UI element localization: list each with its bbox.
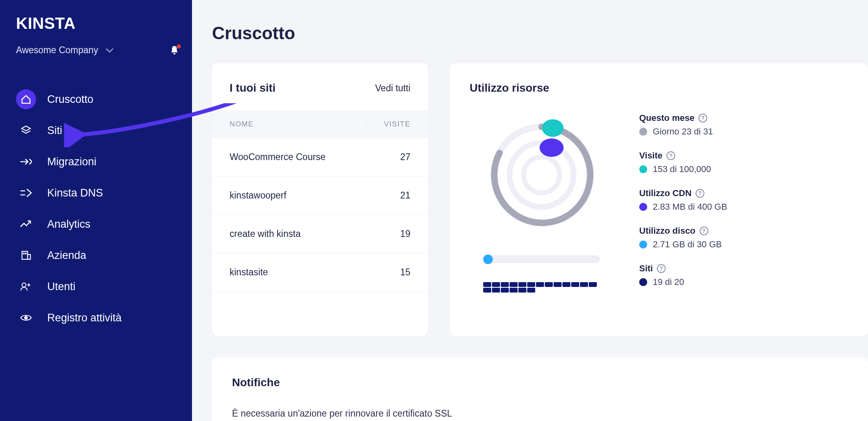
svg-point-5	[24, 316, 28, 319]
sites-table-header: NOME VISITE	[212, 110, 428, 138]
site-name: kinstawooperf	[230, 190, 366, 201]
site-name: kinstasite	[230, 267, 366, 278]
svg-point-8	[524, 157, 560, 193]
sidebar-item-users[interactable]: Utenti	[16, 271, 180, 302]
legend-month-label: Questo mese	[639, 113, 694, 123]
legend-cdn-value: 2.83 MB di 400 GB	[653, 202, 727, 212]
visits-arc-icon	[542, 119, 564, 137]
sidebar-item-label: Cruscotto	[47, 93, 94, 106]
sidebar-item-company[interactable]: Azienda	[16, 240, 180, 271]
site-name: create with kinsta	[230, 229, 366, 239]
legend-visits-value: 153 di 100,000	[653, 164, 711, 174]
sidebar-item-label: Azienda	[47, 249, 86, 262]
sidebar-item-sites[interactable]: Siti	[16, 115, 180, 146]
page-title: Cruscotto	[212, 23, 848, 43]
sidebar-nav: Cruscotto Siti Migrazioni Kinsta DNS	[16, 84, 180, 333]
svg-rect-2	[23, 253, 24, 254]
svg-rect-1	[28, 255, 30, 259]
help-icon[interactable]: ?	[696, 189, 704, 198]
dns-icon	[16, 183, 36, 203]
building-icon	[16, 245, 36, 265]
sidebar-item-label: Registro attività	[47, 312, 122, 324]
legend-sites-label: Siti	[639, 263, 653, 274]
brand-logo: KINSTA	[16, 14, 180, 32]
legend-visits-label: Visite	[639, 150, 662, 161]
swatch-icon	[639, 203, 647, 211]
analytics-icon	[16, 214, 36, 234]
col-name-header: NOME	[230, 120, 366, 128]
disk-usage-fill-icon	[483, 255, 493, 264]
sidebar-item-migrations[interactable]: Migrazioni	[16, 146, 180, 177]
legend-sites-value: 19 di 20	[653, 277, 684, 287]
sidebar-item-activity[interactable]: Registro attività	[16, 302, 180, 333]
disk-usage-bar	[483, 255, 600, 263]
sidebar-item-label: Utenti	[47, 281, 76, 293]
main-content: Cruscotto I tuoi siti Vedi tutti NOME VI…	[192, 0, 868, 421]
sites-usage-grid	[483, 282, 600, 293]
site-visits: 15	[366, 267, 410, 278]
resource-usage-title: Utilizzo risorse	[470, 82, 848, 94]
site-visits: 21	[366, 190, 410, 201]
help-icon[interactable]: ?	[666, 151, 675, 160]
legend-month-value: Giorno 23 di 31	[653, 126, 713, 137]
sidebar-item-dns[interactable]: Kinsta DNS	[16, 177, 180, 208]
table-row[interactable]: WooCommerce Course 27	[212, 138, 428, 176]
col-visits-header: VISITE	[366, 120, 410, 128]
svg-rect-0	[22, 251, 28, 259]
notifications-bell[interactable]	[169, 44, 180, 56]
notification-message: È necessaria un'azione per rinnovare il …	[232, 408, 848, 419]
usage-donut-chart	[484, 117, 600, 233]
sidebar-item-label: Kinsta DNS	[47, 187, 103, 199]
legend-disk-label: Utilizzo disco	[639, 226, 696, 236]
table-row[interactable]: kinstawooperf 21	[212, 176, 428, 215]
sidebar-item-dashboard[interactable]: Cruscotto	[16, 84, 180, 115]
table-row[interactable]: create with kinsta 19	[212, 215, 428, 253]
cdn-arc-icon	[540, 138, 564, 157]
table-row[interactable]: kinstasite 15	[212, 253, 428, 292]
svg-rect-3	[25, 253, 26, 254]
resource-usage-card: Utilizzo risorse	[450, 63, 868, 336]
your-sites-card: I tuoi siti Vedi tutti NOME VISITE WooCo…	[212, 63, 428, 336]
site-visits: 19	[366, 229, 410, 239]
house-icon	[16, 89, 36, 109]
site-visits: 27	[366, 152, 410, 162]
swatch-icon	[639, 278, 647, 286]
resource-legend: Questo mese? Giorno 23 di 31 Visite? 153…	[639, 113, 848, 301]
users-icon	[16, 277, 36, 297]
swatch-icon	[639, 128, 647, 136]
help-icon[interactable]: ?	[657, 264, 666, 273]
legend-disk-value: 2.71 GB di 30 GB	[653, 239, 722, 250]
sidebar-item-analytics[interactable]: Analytics	[16, 208, 180, 240]
notification-dot-icon	[177, 44, 181, 48]
view-all-link[interactable]: Vedi tutti	[375, 83, 410, 94]
help-icon[interactable]: ?	[700, 227, 708, 235]
sidebar-item-label: Analytics	[47, 218, 90, 231]
layers-icon	[16, 120, 36, 140]
legend-cdn-label: Utilizzo CDN	[639, 188, 692, 198]
help-icon[interactable]: ?	[698, 114, 707, 122]
svg-point-4	[22, 283, 26, 287]
site-name: WooCommerce Course	[230, 152, 366, 162]
sidebar-item-label: Siti	[47, 124, 62, 137]
notifications-card: Notifiche È necessaria un'azione per rin…	[212, 358, 868, 421]
swatch-icon	[639, 241, 647, 249]
company-selector[interactable]: Awesome Company	[16, 45, 98, 56]
swatch-icon	[639, 165, 647, 173]
chevron-down-icon[interactable]	[106, 45, 113, 56]
eye-icon	[16, 308, 36, 328]
sidebar-item-label: Migrazioni	[47, 156, 96, 168]
migrate-icon	[16, 152, 36, 172]
notifications-title: Notifiche	[232, 376, 848, 389]
your-sites-title: I tuoi siti	[230, 82, 276, 94]
sidebar: KINSTA Awesome Company Cruscotto	[0, 0, 192, 421]
